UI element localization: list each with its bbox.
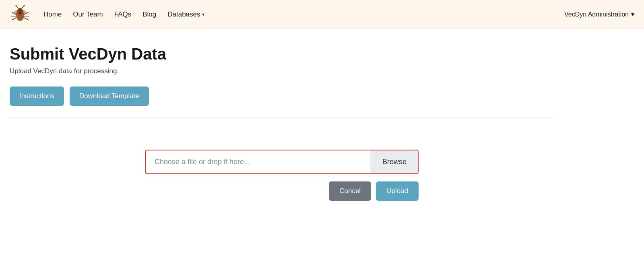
nav-blog[interactable]: Blog: [142, 10, 156, 18]
action-buttons: Instructions Download Template: [10, 86, 554, 106]
file-input-row: Choose a file or drop it here... Browse: [145, 150, 419, 174]
download-template-button[interactable]: Download Template: [70, 86, 149, 106]
admin-label: VecDyn Administration: [564, 11, 629, 18]
nav-home[interactable]: Home: [43, 10, 62, 18]
section-divider: [10, 117, 554, 117]
svg-line-7: [24, 18, 29, 20]
file-placeholder-text: Choose a file or drop it here...: [146, 150, 371, 173]
nav-links: Home Our Team FAQs Blog Databases ▾: [43, 10, 204, 19]
page-subtitle: Upload VecDyn data for processing.: [10, 67, 554, 75]
svg-point-13: [24, 5, 25, 6]
nav-left: Home Our Team FAQs Blog Databases ▾: [10, 4, 204, 25]
upload-actions: Cancel Upload: [329, 181, 419, 201]
svg-line-4: [12, 18, 16, 20]
nav-databases-label: Databases: [167, 10, 200, 19]
nav-databases-dropdown[interactable]: Databases ▾: [167, 10, 204, 19]
chevron-down-icon: ▾: [202, 12, 204, 17]
logo-icon: [10, 4, 31, 25]
instructions-button[interactable]: Instructions: [10, 86, 64, 106]
admin-chevron-icon: ▾: [631, 10, 634, 18]
navbar: Home Our Team FAQs Blog Databases ▾ VecD…: [0, 0, 644, 29]
nav-our-team[interactable]: Our Team: [73, 10, 103, 18]
browse-button[interactable]: Browse: [371, 150, 418, 173]
logo[interactable]: [10, 4, 31, 25]
cancel-button[interactable]: Cancel: [329, 181, 371, 201]
nav-faqs[interactable]: FAQs: [114, 10, 132, 18]
page-title: Submit VecDyn Data: [10, 45, 554, 63]
nav-admin-menu[interactable]: VecDyn Administration ▾: [564, 10, 634, 18]
main-content: Submit VecDyn Data Upload VecDyn data fo…: [0, 29, 564, 201]
svg-point-12: [16, 5, 17, 6]
upload-section: Choose a file or drop it here... Browse …: [10, 142, 554, 201]
upload-button[interactable]: Upload: [376, 181, 419, 201]
